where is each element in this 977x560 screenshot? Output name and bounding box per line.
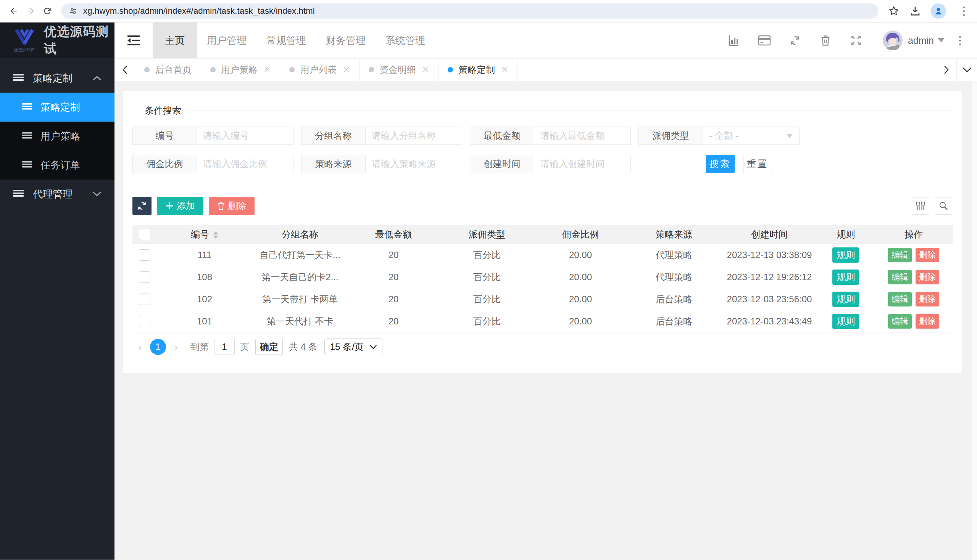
tab-user-strategy[interactable]: 用户策略 ✕ bbox=[201, 59, 280, 81]
browser-reload-button[interactable] bbox=[39, 3, 56, 20]
prev-page-button[interactable]: ‹ bbox=[132, 341, 148, 353]
cell-group-name: 第一天带打 卡两单 bbox=[252, 288, 348, 310]
bookmark-star-icon[interactable] bbox=[888, 5, 900, 17]
commission-ratio-input[interactable] bbox=[197, 155, 293, 173]
sort-icon[interactable] bbox=[213, 232, 218, 238]
current-page-badge[interactable]: 1 bbox=[150, 339, 166, 355]
sidebar-submenu: 策略定制 用户策略 任务订单 bbox=[0, 93, 114, 180]
cell-id: 108 bbox=[157, 266, 252, 288]
sidebar-collapse-button[interactable] bbox=[114, 22, 153, 58]
sidebar-group-agent[interactable]: 代理管理 bbox=[0, 180, 114, 208]
rule-button[interactable]: 规则 bbox=[832, 270, 859, 285]
row-delete-button[interactable]: 删除 bbox=[915, 270, 939, 284]
delete-button[interactable]: 删除 bbox=[209, 197, 254, 215]
row-delete-button[interactable]: 删除 bbox=[915, 314, 939, 328]
id-input[interactable] bbox=[197, 127, 293, 145]
edit-button[interactable]: 编辑 bbox=[888, 248, 912, 262]
col-id[interactable]: 编号 bbox=[157, 225, 252, 244]
nav-item-home[interactable]: 主页 bbox=[153, 22, 197, 58]
clear-button[interactable] bbox=[810, 22, 841, 58]
edit-button[interactable]: 编辑 bbox=[888, 270, 912, 284]
edit-button[interactable]: 编辑 bbox=[888, 314, 912, 328]
browser-profile-icon[interactable] bbox=[931, 3, 946, 19]
field-label: 分组名称 bbox=[301, 127, 365, 145]
rule-button[interactable]: 规则 bbox=[832, 292, 859, 307]
stats-button[interactable] bbox=[719, 22, 749, 58]
tabs-scroll-right-button[interactable] bbox=[936, 59, 956, 81]
back-arrow-icon bbox=[9, 6, 19, 16]
browser-menu-icon[interactable] bbox=[956, 7, 972, 16]
chevron-up-icon bbox=[92, 75, 102, 81]
row-delete-button[interactable]: 删除 bbox=[915, 292, 939, 307]
refresh-button[interactable] bbox=[780, 22, 810, 58]
row-checkbox[interactable] bbox=[139, 316, 151, 327]
rule-button[interactable]: 规则 bbox=[832, 247, 859, 263]
add-button-label: 添加 bbox=[177, 200, 195, 212]
refresh-table-button[interactable] bbox=[132, 197, 152, 215]
goto-confirm-button[interactable]: 确定 bbox=[255, 339, 283, 355]
strategy-source-input[interactable] bbox=[365, 155, 462, 173]
sidebar-item-label: 任务订单 bbox=[40, 158, 80, 172]
user-menu[interactable]: admin bbox=[908, 35, 952, 46]
grid-columns-icon bbox=[915, 201, 925, 211]
tab-user-list[interactable]: 用户列表 ✕ bbox=[280, 59, 359, 81]
tab-fund-detail[interactable]: 资金明细 ✕ bbox=[360, 59, 438, 81]
tab-close-icon[interactable]: ✕ bbox=[264, 65, 271, 75]
site-info-icon[interactable] bbox=[69, 7, 78, 16]
add-button[interactable]: 添加 bbox=[157, 197, 203, 215]
create-time-input[interactable] bbox=[534, 155, 631, 173]
sidebar-item-strategy-custom[interactable]: 策略定制 bbox=[0, 93, 114, 122]
select-all-checkbox[interactable] bbox=[139, 229, 151, 240]
sidebar-item-user-strategy[interactable]: 用户策略 bbox=[0, 122, 114, 151]
tabs-menu-button[interactable] bbox=[956, 59, 977, 81]
tab-close-icon[interactable]: ✕ bbox=[422, 65, 429, 75]
fullscreen-button[interactable] bbox=[841, 22, 871, 58]
row-checkbox[interactable] bbox=[139, 293, 151, 305]
col-rule: 规则 bbox=[817, 225, 874, 244]
sidebar-item-task-order[interactable]: 任务订单 bbox=[0, 151, 114, 180]
filter-columns-button[interactable] bbox=[912, 197, 929, 215]
tab-home[interactable]: 后台首页 bbox=[135, 59, 201, 81]
tabs-scroll-left-button[interactable] bbox=[114, 59, 135, 81]
min-amount-input[interactable] bbox=[534, 127, 631, 145]
page-size-select[interactable]: 15 条/页 bbox=[325, 338, 382, 355]
row-checkbox[interactable] bbox=[139, 249, 151, 261]
row-checkbox[interactable] bbox=[139, 272, 151, 283]
search-button[interactable]: 搜索 bbox=[706, 155, 734, 173]
row-delete-button[interactable]: 删除 bbox=[915, 248, 939, 262]
edit-button[interactable]: 编辑 bbox=[888, 292, 912, 307]
browser-forward-button[interactable] bbox=[22, 3, 39, 20]
tab-close-icon[interactable]: ✕ bbox=[501, 65, 508, 75]
clear-cache-button[interactable] bbox=[749, 22, 780, 58]
col-create-time: 创建时间 bbox=[722, 225, 817, 244]
download-icon[interactable] bbox=[910, 5, 921, 17]
url-bar[interactable]: xg.hwym.shop/admin/index#/admin/task.tas… bbox=[61, 3, 878, 19]
nav-item-finance-mgmt[interactable]: 财务管理 bbox=[316, 22, 376, 58]
sidebar-menu: 策略定制 策略定制 用户策略 bbox=[0, 58, 114, 208]
fullscreen-icon bbox=[850, 35, 862, 46]
export-search-button[interactable] bbox=[935, 197, 952, 215]
cell-strategy-source: 代理策略 bbox=[626, 244, 722, 266]
nav-item-system-mgmt[interactable]: 系统管理 bbox=[376, 22, 435, 58]
header-more-icon[interactable] bbox=[952, 36, 968, 45]
user-avatar[interactable] bbox=[883, 30, 903, 50]
tab-label: 用户策略 bbox=[221, 64, 258, 76]
group-name-input[interactable] bbox=[365, 127, 462, 145]
bar-chart-icon bbox=[728, 35, 739, 46]
goto-page-input[interactable] bbox=[214, 339, 235, 355]
browser-back-button[interactable] bbox=[5, 3, 22, 20]
cell-commission-type: 百分比 bbox=[439, 310, 535, 332]
nav-item-general-mgmt[interactable]: 常规管理 bbox=[256, 22, 316, 58]
logo: 优选源码库 优选源码测试 bbox=[0, 22, 114, 58]
tab-close-icon[interactable]: ✕ bbox=[343, 65, 350, 75]
col-group-name: 分组名称 bbox=[252, 225, 348, 244]
rule-button[interactable]: 规则 bbox=[832, 314, 859, 329]
content-area: 条件搜索 编号 分组名称 最低金额 bbox=[114, 81, 977, 560]
scrollbar-track[interactable] bbox=[972, 81, 977, 560]
nav-item-user-mgmt[interactable]: 用户管理 bbox=[197, 22, 256, 58]
sidebar-group-strategy[interactable]: 策略定制 bbox=[0, 64, 114, 93]
tab-strategy-custom[interactable]: 策略定制 ✕ bbox=[438, 59, 517, 81]
reset-button[interactable]: 重置 bbox=[743, 155, 772, 173]
commission-type-select[interactable]: - 全部 - bbox=[703, 127, 800, 145]
next-page-button[interactable]: › bbox=[168, 341, 184, 353]
